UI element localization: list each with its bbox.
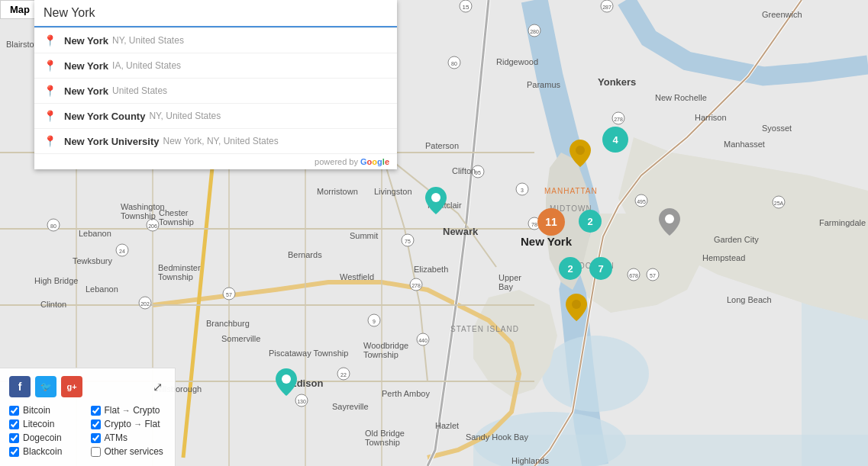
- legend-crypto-flat: Crypto → Flat: [91, 419, 166, 429]
- cluster-2-midtown[interactable]: 2: [579, 210, 602, 233]
- place-detail-4: New York, NY, United States: [163, 136, 279, 146]
- legend-label-other-services: Other services: [105, 446, 163, 457]
- legend-litecoin: Litecoin: [9, 419, 85, 429]
- svg-text:80: 80: [451, 61, 457, 66]
- place-name-3: New York County: [64, 111, 145, 122]
- cluster-2-brooklyn[interactable]: 2: [559, 257, 582, 280]
- search-result-4[interactable]: 📍 New York University New York, NY, Unit…: [34, 129, 397, 154]
- svg-text:440: 440: [418, 338, 428, 343]
- checkbox-atms[interactable]: [91, 433, 101, 443]
- search-result-1[interactable]: 📍 New York IA, United States: [34, 53, 397, 79]
- svg-text:3: 3: [521, 188, 524, 193]
- legend-label-crypto-flat: Crypto → Flat: [105, 419, 160, 429]
- legend-blackcoin: Blackcoin: [9, 446, 85, 457]
- place-name-2: New York: [64, 85, 108, 97]
- place-name-1: New York: [64, 60, 108, 72]
- svg-point-64: [282, 374, 291, 384]
- legend-dogecoin: Dogecoin: [9, 432, 85, 443]
- cluster-7-brooklyn[interactable]: 7: [589, 257, 612, 280]
- svg-point-1: [542, 336, 649, 412]
- checkbox-bitcoin[interactable]: [9, 406, 19, 416]
- svg-point-61: [576, 146, 585, 155]
- legend-items: Bitcoin Flat → Crypto Litecoin Crypto → …: [9, 405, 166, 457]
- svg-text:95: 95: [475, 170, 481, 175]
- svg-text:278: 278: [411, 283, 421, 288]
- place-detail-2: United States: [112, 85, 167, 96]
- checkbox-litecoin[interactable]: [9, 419, 19, 429]
- pin-icon-1: 📍: [44, 59, 56, 72]
- legend-label-flat-crypto: Flat → Crypto: [105, 405, 160, 416]
- legend-label-blackcoin: Blackcoin: [23, 446, 62, 457]
- search-result-0[interactable]: 📍 New York NY, United States: [34, 28, 397, 53]
- pin-icon-4: 📍: [44, 135, 56, 147]
- expand-button[interactable]: ⤢: [150, 378, 166, 396]
- legend-other-services: Other services: [91, 446, 166, 457]
- place-detail-3: NY, United States: [149, 111, 221, 121]
- pin-icon-0: 📍: [44, 34, 56, 47]
- svg-text:9: 9: [373, 319, 376, 324]
- svg-text:130: 130: [297, 399, 306, 404]
- svg-text:78: 78: [531, 222, 537, 227]
- svg-point-62: [572, 300, 581, 309]
- svg-text:57: 57: [650, 273, 656, 278]
- place-detail-0: NY, United States: [112, 35, 184, 46]
- svg-text:495: 495: [637, 199, 646, 204]
- svg-text:287: 287: [602, 5, 611, 10]
- svg-text:202: 202: [140, 301, 150, 307]
- svg-text:280: 280: [530, 29, 539, 34]
- legend-label-atms: ATMs: [105, 432, 127, 443]
- legend-bitcoin: Bitcoin: [9, 405, 85, 416]
- legend-label-dogecoin: Dogecoin: [23, 432, 62, 443]
- google-plus-button[interactable]: g+: [61, 376, 82, 397]
- search-dropdown: 📍 New York NY, United States 📍 New York …: [34, 27, 397, 169]
- marker-upper-ny[interactable]: [570, 140, 591, 170]
- legend-panel: f 🐦 g+ ⤢ Bitcoin Flat → Crypto Litecoin …: [0, 368, 176, 466]
- checkbox-blackcoin[interactable]: [9, 447, 19, 457]
- social-row: f 🐦 g+ ⤢: [9, 376, 166, 397]
- marker-right[interactable]: [659, 208, 680, 239]
- svg-text:80: 80: [50, 223, 56, 229]
- svg-text:25A: 25A: [774, 201, 784, 206]
- svg-text:678: 678: [629, 273, 638, 278]
- place-detail-1: IA, United States: [112, 60, 181, 71]
- marker-edison[interactable]: [276, 368, 297, 399]
- checkbox-flat-crypto[interactable]: [91, 406, 101, 416]
- svg-point-63: [665, 214, 674, 223]
- place-name-0: New York: [64, 35, 108, 47]
- legend-label-litecoin: Litecoin: [23, 419, 54, 429]
- cluster-11[interactable]: 11: [537, 208, 565, 236]
- checkbox-other-services[interactable]: [91, 447, 101, 457]
- pin-icon-2: 📍: [44, 85, 56, 97]
- twitter-button[interactable]: 🐦: [35, 376, 56, 397]
- svg-point-60: [431, 193, 440, 202]
- marker-newark[interactable]: [425, 187, 447, 217]
- cluster-4[interactable]: 4: [602, 127, 628, 153]
- facebook-button[interactable]: f: [9, 376, 31, 397]
- svg-text:57: 57: [226, 292, 232, 297]
- checkbox-dogecoin[interactable]: [9, 433, 19, 443]
- search-result-3[interactable]: 📍 New York County NY, United States: [34, 104, 397, 129]
- svg-text:278: 278: [614, 117, 623, 122]
- svg-text:15: 15: [463, 4, 469, 11]
- svg-text:206: 206: [148, 223, 157, 229]
- map-container: 15 280 287 80 95 3 278 495 678 57 78 75 …: [0, 0, 868, 466]
- svg-text:24: 24: [119, 249, 125, 254]
- pin-icon-3: 📍: [44, 110, 56, 122]
- legend-atms: ATMs: [91, 432, 166, 443]
- place-name-4: New York University: [64, 136, 160, 147]
- svg-text:75: 75: [405, 239, 411, 244]
- svg-rect-4: [473, 435, 868, 466]
- svg-text:22: 22: [340, 372, 347, 378]
- search-result-2[interactable]: 📍 New York United States: [34, 79, 397, 104]
- search-input[interactable]: [34, 0, 397, 27]
- marker-lower[interactable]: [566, 294, 587, 324]
- checkbox-crypto-flat[interactable]: [91, 419, 101, 429]
- search-container: 📍 New York NY, United States 📍 New York …: [34, 0, 397, 169]
- legend-flat-crypto: Flat → Crypto: [91, 405, 166, 416]
- legend-label-bitcoin: Bitcoin: [23, 405, 50, 416]
- powered-by: powered by Google: [34, 154, 397, 169]
